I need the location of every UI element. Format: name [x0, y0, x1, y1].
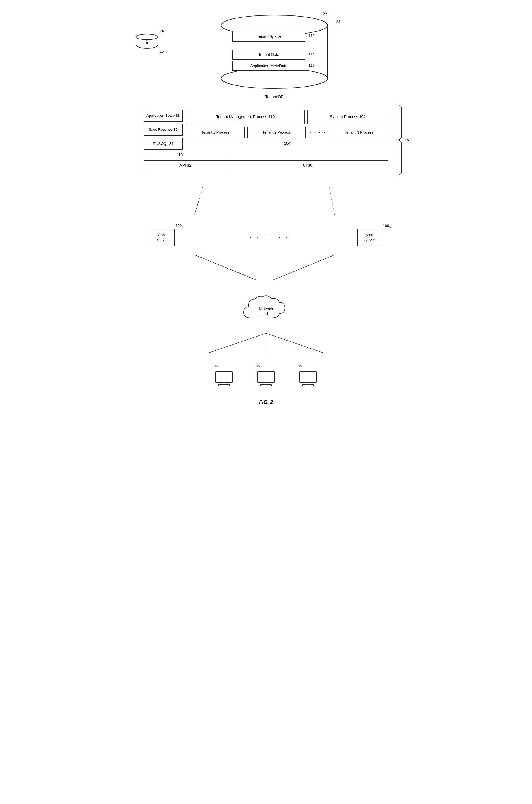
appl-server-1-box: Appl.Server	[150, 229, 175, 246]
cloud-svg: Network 14	[235, 294, 297, 328]
tenant-processes-row: Tenant 1 Process Tenant 2 Process · · · …	[186, 127, 388, 138]
svg-line-23	[266, 333, 323, 353]
system-process-box: System Process 102	[307, 110, 388, 125]
tenant-db-container: 22 23 Tenant Space ·	[210, 14, 339, 99]
sys-db-top-ellipse	[136, 34, 158, 40]
svg-text:Tenant Space: Tenant Space	[257, 34, 281, 39]
ref-104: 104	[186, 141, 388, 145]
save-routines-label: Save Routines 36	[149, 128, 177, 132]
ui-label: UI 30	[303, 163, 312, 168]
client-3-ref: 12	[298, 364, 302, 368]
api-label: API 32	[179, 163, 191, 168]
server-to-network-svg	[139, 255, 393, 288]
tenant1-box: Tenant 1 Process	[186, 127, 245, 138]
app-setup-label: Application Setup 38	[147, 113, 180, 118]
tenant-mgmt-label: Tenant Management Process 110	[216, 115, 275, 119]
svg-text:116: 116	[308, 63, 315, 68]
server-block: Application Setup 38 Save Routines 36 PL…	[139, 105, 393, 175]
svg-rect-32	[302, 385, 314, 386]
sys-db-wrapper: Sys. DB 24 25	[136, 31, 158, 49]
tenant-dots: · · · ·	[308, 129, 327, 136]
tenant2-label: Tenant 2 Process	[262, 130, 290, 134]
svg-line-18	[273, 255, 335, 280]
svg-rect-30	[300, 371, 317, 383]
svg-text:Application MetaData: Application MetaData	[250, 63, 287, 68]
tenant-db-svg: Tenant Space · Tenant Data Application M…	[218, 14, 330, 92]
system-process-label: System Process 102	[330, 115, 366, 119]
figure-label: FIG. 2	[139, 399, 393, 405]
server-to-network-lines	[139, 255, 393, 288]
brace-svg	[396, 105, 403, 175]
tenant-db-section: Sys. DB 24 25 22 23	[139, 14, 393, 99]
client-2-monitor-svg	[256, 370, 276, 388]
svg-point-3	[221, 68, 328, 89]
svg-rect-28	[263, 383, 269, 385]
appl-servers-row: Appl.Server 1001 · · · · · · · Appl.Serv…	[150, 229, 382, 246]
ui-box: UI 30	[227, 161, 388, 170]
svg-text:Tenant Data: Tenant Data	[258, 52, 280, 57]
svg-line-16	[329, 187, 335, 214]
svg-text:·: ·	[268, 43, 269, 48]
tenantN-box: Tenant N Process	[329, 127, 388, 138]
svg-line-21	[209, 333, 266, 353]
network-cloud: Network 14	[235, 294, 297, 328]
svg-rect-26	[218, 385, 230, 386]
svg-rect-31	[305, 383, 311, 385]
appl-server-dots: · · · · · · ·	[175, 234, 357, 240]
client-1: 12	[214, 364, 234, 388]
clients-row: 12 12 12	[139, 364, 393, 388]
client-3: 12	[298, 364, 318, 388]
svg-text:112: 112	[308, 34, 315, 38]
sys-db-ref-25: 25	[159, 49, 164, 54]
ref-16: 16	[404, 137, 409, 142]
client-3-monitor-svg	[298, 370, 318, 388]
serverN-wrapper: Appl.Server 100N	[357, 229, 382, 246]
appl-server-N-label: Appl.Server	[364, 233, 375, 242]
tenant-db-ref-23: 23	[336, 20, 340, 24]
sys-db-shape: Sys. DB 24 25	[136, 34, 158, 49]
right-top-row: Tenant Management Process 110 System Pro…	[186, 110, 388, 125]
cloud-to-clients-lines	[139, 333, 393, 356]
svg-rect-27	[258, 371, 274, 383]
svg-rect-25	[221, 383, 227, 385]
appl-server-1-ref: 1001	[175, 224, 184, 229]
plsoql-box: PL/SOQL 34	[144, 138, 183, 150]
app-setup-box: Application Setup 38	[144, 110, 183, 121]
cloud-to-clients-svg	[139, 333, 393, 356]
server1-wrapper: Appl.Server 1001	[150, 229, 175, 246]
server-inner-row: Application Setup 38 Save Routines 36 PL…	[144, 110, 388, 157]
appl-server-1-label: Appl.Server	[157, 233, 168, 242]
svg-line-15	[195, 187, 203, 214]
api-box: API 32	[144, 161, 227, 170]
brace-16-wrapper: 16	[396, 105, 409, 175]
svg-rect-29	[260, 385, 272, 386]
network-section: Network 14	[139, 294, 393, 328]
svg-text:14: 14	[264, 311, 268, 316]
dashed-lines-section	[139, 187, 393, 214]
tenant-mgmt-box: Tenant Management Process 110	[186, 110, 305, 125]
tenant2-box: Tenant 2 Process	[247, 127, 306, 138]
api-ui-row: API 32 UI 30	[144, 160, 388, 170]
tenant-db-ref-22: 22	[323, 11, 328, 16]
client-2: 12	[256, 364, 276, 388]
appl-server-N-box: Appl.Server	[357, 229, 382, 246]
client-1-monitor-svg	[214, 370, 234, 388]
ref-18: 18	[144, 153, 183, 157]
tenant1-label: Tenant 1 Process	[201, 130, 229, 134]
client-2-ref: 12	[256, 364, 260, 368]
tenant-db-label: Tenant DB	[210, 95, 339, 99]
svg-line-17	[195, 255, 256, 280]
tenantN-label: Tenant N Process	[345, 130, 374, 134]
sys-db-ref-24: 24	[159, 29, 164, 33]
plsoql-label: PL/SOQL 34	[153, 141, 173, 146]
svg-rect-24	[215, 371, 232, 383]
dashed-lines-svg	[139, 187, 393, 214]
right-column: Tenant Management Process 110 System Pro…	[186, 110, 388, 157]
save-routines-box: Save Routines 36	[144, 124, 183, 136]
appl-server-N-ref: 100N	[383, 224, 391, 229]
svg-text:114: 114	[308, 52, 315, 56]
server-block-wrapper: Application Setup 38 Save Routines 36 PL…	[139, 105, 393, 175]
client-1-ref: 12	[214, 364, 218, 368]
svg-text:Network: Network	[259, 307, 273, 311]
left-column: Application Setup 38 Save Routines 36 PL…	[144, 110, 183, 157]
